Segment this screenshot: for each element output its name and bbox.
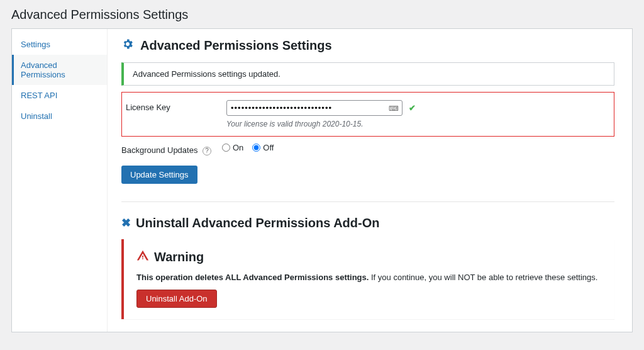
- check-icon: ✔: [409, 103, 416, 113]
- update-notice: Advanced Permissions settings updated.: [121, 62, 614, 86]
- uninstall-addon-button[interactable]: Uninstall Add-On: [136, 290, 217, 308]
- sidebar-item-settings[interactable]: Settings: [12, 34, 107, 55]
- warning-icon: [136, 249, 149, 265]
- warning-heading: Warning: [136, 249, 602, 265]
- license-row: License Key ⌨ ✔ Your license is valid th…: [126, 100, 610, 128]
- sidebar: Settings Advanced Permissions REST API U…: [12, 29, 108, 332]
- sidebar-item-advanced-permissions[interactable]: Advanced Permissions: [12, 55, 107, 85]
- warning-title-text: Warning: [154, 250, 204, 264]
- sidebar-item-rest-api[interactable]: REST API: [12, 85, 107, 106]
- settings-panel: Settings Advanced Permissions REST API U…: [11, 28, 633, 332]
- warning-text: This operation deletes ALL Advanced Perm…: [136, 273, 602, 282]
- license-status-text: Your license is valid through 2020-10-15…: [226, 120, 610, 128]
- x-icon: ✖: [121, 216, 131, 230]
- divider: [121, 201, 614, 202]
- uninstall-heading: ✖ Uninstall Advanced Permissions Add-On: [121, 216, 614, 230]
- bg-updates-off-radio[interactable]: [252, 144, 260, 152]
- license-key-input[interactable]: [226, 100, 402, 116]
- warning-card: Warning This operation deletes ALL Advan…: [121, 239, 614, 319]
- main-content: Advanced Permissions Settings Advanced P…: [108, 29, 632, 332]
- on-label: On: [233, 143, 243, 152]
- sidebar-item-uninstall[interactable]: Uninstall: [12, 106, 107, 127]
- off-label: Off: [263, 143, 274, 152]
- license-label: License Key: [126, 100, 226, 115]
- bg-updates-label: Background Updates ?: [121, 143, 222, 158]
- update-settings-button[interactable]: Update Settings: [121, 166, 197, 184]
- settings-title-text: Advanced Permissions Settings: [140, 38, 332, 53]
- uninstall-title-text: Uninstall Advanced Permissions Add-On: [136, 216, 379, 230]
- bg-updates-on-radio[interactable]: [222, 144, 230, 152]
- license-highlight-box: License Key ⌨ ✔ Your license is valid th…: [121, 92, 614, 137]
- bg-updates-row: Background Updates ? On Off: [121, 143, 614, 158]
- gears-icon: [121, 38, 135, 54]
- settings-heading: Advanced Permissions Settings: [121, 38, 614, 54]
- help-icon[interactable]: ?: [203, 147, 211, 155]
- keyboard-icon: ⌨: [389, 104, 399, 112]
- page-title: Advanced Permissions Settings: [11, 8, 633, 22]
